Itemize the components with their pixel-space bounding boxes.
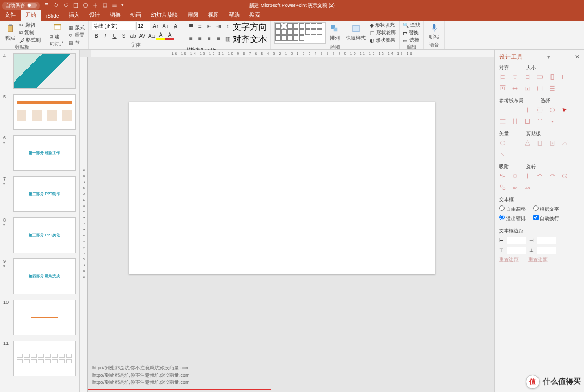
find-button[interactable]: 🔍 查找 [403, 22, 420, 29]
thumbnail-4[interactable] [13, 53, 76, 89]
notes-highlight-box[interactable]: http://到处都是坑,你不注意就坑你没商量.com http://到处都是坑… [88, 362, 271, 390]
margin-right-input[interactable] [537, 237, 556, 244]
cut-button[interactable]: ✂ 剪切 [19, 22, 41, 29]
section-button[interactable]: ▤ 节 [69, 39, 85, 46]
justify-button[interactable]: ≡ [214, 34, 223, 43]
clipboard-icon[interactable] [536, 139, 543, 147]
bold-button[interactable]: B [92, 31, 101, 40]
qat-icon[interactable] [72, 2, 79, 9]
pane-dropdown-icon[interactable]: ▾ [547, 54, 550, 61]
radio-free[interactable]: 自由调整 [499, 205, 526, 213]
autosave-toggle[interactable]: 自动保存 [2, 2, 40, 10]
select-icon[interactable] [549, 107, 556, 114]
tab-insert[interactable]: 插入 [64, 10, 84, 21]
save-icon[interactable] [43, 2, 50, 9]
clear-format-icon[interactable]: A̷ [171, 22, 180, 30]
painter-button[interactable]: 🖌 格式刷 [19, 37, 41, 44]
guide-icon[interactable] [512, 118, 519, 125]
tab-help[interactable]: 帮助 [224, 10, 244, 21]
reset-all-link[interactable]: 重置边距 [528, 256, 548, 263]
select-icon[interactable] [536, 107, 543, 114]
strike-button[interactable]: S [120, 31, 128, 40]
highlight-button[interactable]: A [156, 31, 165, 40]
rotate-icon[interactable] [536, 172, 543, 180]
slide-canvas[interactable] [129, 102, 435, 274]
tab-slideshow[interactable]: 幻灯片放映 [146, 10, 183, 21]
select-icon[interactable] [549, 118, 556, 125]
check-wrap[interactable]: 自动换行 [533, 215, 560, 222]
align-center-button[interactable]: ≡ [196, 34, 204, 43]
vector-icon[interactable] [512, 139, 519, 147]
tab-islide[interactable]: iSlide [41, 11, 64, 21]
thumbnail-11[interactable] [13, 341, 76, 376]
quick-style-button[interactable]: 快速样式 [344, 23, 368, 43]
thumbnail-10[interactable] [13, 300, 76, 335]
margin-left-input[interactable] [507, 237, 526, 244]
indent-inc-button[interactable]: ⇥ [214, 22, 223, 30]
margin-top-input[interactable] [507, 247, 526, 254]
new-slide-button[interactable]: 新建 幻灯片 [48, 22, 67, 49]
shape-outline-button[interactable]: ▢ 形状轮廓 [370, 29, 396, 36]
vector-icon[interactable] [561, 139, 568, 147]
thumbnail-9[interactable]: 第四部分 最终完成 [13, 258, 76, 294]
dist-h-icon[interactable] [536, 85, 543, 92]
vector-icon[interactable] [524, 139, 531, 147]
qat-more-icon[interactable]: ▾ [121, 2, 128, 9]
copy-button[interactable]: ⧉ 复制 [19, 29, 41, 36]
vector-icon[interactable] [499, 151, 506, 158]
tab-transition[interactable]: 切换 [105, 10, 125, 21]
align-text-button[interactable]: 对齐文本 [233, 34, 267, 45]
tab-search[interactable]: 搜索 [244, 10, 265, 21]
font-name-select[interactable] [92, 22, 135, 30]
guide-icon[interactable] [524, 118, 531, 125]
snap-icon[interactable]: Aa [512, 184, 519, 191]
line-spacing-button[interactable]: ↕ [223, 22, 232, 30]
grow-font-icon[interactable]: A↑ [151, 22, 160, 30]
same-height-icon[interactable] [549, 74, 556, 81]
snap-icon[interactable]: Aa [524, 184, 531, 191]
numbers-button[interactable]: ≡ [196, 22, 204, 30]
qat-icon[interactable] [92, 2, 98, 9]
bullets-button[interactable]: ≣ [187, 22, 195, 30]
redo-icon[interactable] [63, 2, 69, 9]
tab-design[interactable]: 设计 [84, 10, 105, 21]
thumbnail-8[interactable]: 第三部分 PPT美化 [13, 217, 76, 253]
rotate-icon[interactable] [561, 172, 568, 180]
guide-icon[interactable] [512, 107, 519, 114]
radio-overflow[interactable]: 溢出缩排 [499, 215, 526, 222]
layout-button[interactable]: ▦ 版式 [69, 24, 85, 31]
qat-icon[interactable] [82, 2, 89, 9]
shape-fill-button[interactable]: ◆ 形状填充 [370, 22, 396, 29]
guide-icon[interactable] [524, 107, 531, 114]
snap-icon[interactable] [499, 172, 506, 180]
thumbnail-5[interactable] [13, 94, 76, 130]
paste-button[interactable]: 粘贴 [3, 23, 17, 43]
same-size-icon[interactable] [561, 74, 568, 81]
dictate-button[interactable]: 听写 [427, 22, 441, 42]
select-button[interactable]: ▭ 选择 [403, 37, 420, 44]
align-bottom-icon[interactable] [524, 85, 531, 92]
font-size-select[interactable] [136, 22, 150, 30]
reset-button[interactable]: ↻ 重置 [69, 32, 85, 39]
snap-icon[interactable] [512, 172, 519, 180]
indent-dec-button[interactable]: ⇤ [205, 22, 214, 30]
align-left-button[interactable]: ≡ [187, 34, 195, 43]
italic-button[interactable]: I [101, 31, 110, 40]
align-center-icon[interactable] [512, 74, 519, 81]
font-color-button[interactable]: A [165, 31, 174, 40]
tab-animation[interactable]: 动画 [125, 10, 146, 21]
align-top-icon[interactable] [499, 85, 506, 92]
tab-review[interactable]: 审阅 [183, 10, 203, 21]
dist-v-icon[interactable] [549, 85, 556, 92]
case-button[interactable]: Aa [147, 31, 156, 40]
align-left-icon[interactable] [499, 74, 506, 81]
reset-inner-link[interactable]: 重置边距 [499, 256, 519, 263]
pointer-icon[interactable] [561, 107, 568, 114]
select-icon[interactable] [536, 118, 543, 125]
thumbnail-6[interactable]: 第一部分 准备工作 [13, 135, 76, 171]
align-right-icon[interactable] [524, 74, 531, 81]
arrange-button[interactable]: 排列 [328, 23, 342, 43]
pane-close-icon[interactable]: ✕ [575, 54, 580, 61]
snap-icon[interactable] [499, 184, 506, 191]
guide-icon[interactable] [499, 107, 506, 114]
